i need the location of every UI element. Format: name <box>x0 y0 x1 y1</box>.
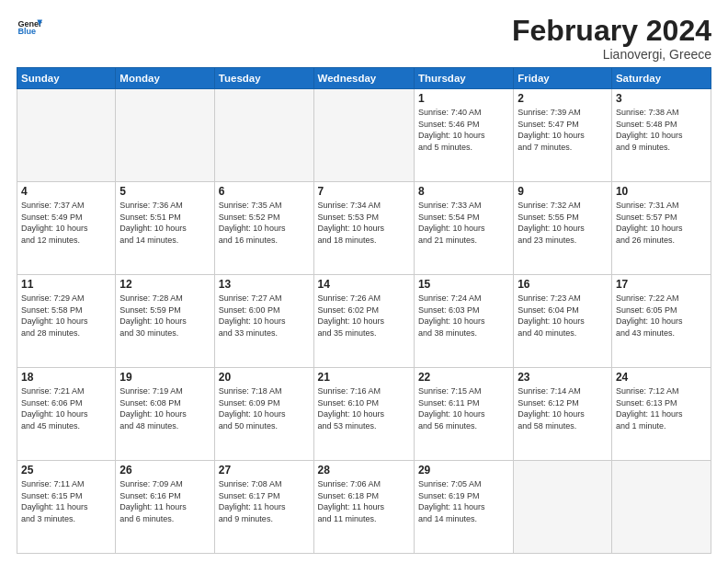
day-info: Sunrise: 7:16 AM Sunset: 6:10 PM Dayligh… <box>318 385 410 431</box>
day-cell: 21Sunrise: 7:16 AM Sunset: 6:10 PM Dayli… <box>313 368 414 461</box>
day-info: Sunrise: 7:32 AM Sunset: 5:55 PM Dayligh… <box>518 200 608 246</box>
day-cell: 16Sunrise: 7:23 AM Sunset: 6:04 PM Dayli… <box>514 275 612 368</box>
header-day-thursday: Thursday <box>414 68 513 89</box>
day-number: 1 <box>418 92 509 105</box>
week-row-4: 18Sunrise: 7:21 AM Sunset: 6:06 PM Dayli… <box>17 368 711 461</box>
header-day-monday: Monday <box>116 68 215 89</box>
day-number: 9 <box>518 185 608 198</box>
week-row-5: 25Sunrise: 7:11 AM Sunset: 6:15 PM Dayli… <box>17 461 711 554</box>
header-day-sunday: Sunday <box>17 68 116 89</box>
day-cell: 4Sunrise: 7:37 AM Sunset: 5:49 PM Daylig… <box>17 182 116 275</box>
day-cell: 25Sunrise: 7:11 AM Sunset: 6:15 PM Dayli… <box>17 461 116 554</box>
day-cell: 8Sunrise: 7:33 AM Sunset: 5:54 PM Daylig… <box>414 182 513 275</box>
day-number: 24 <box>616 371 707 384</box>
day-info: Sunrise: 7:19 AM Sunset: 6:08 PM Dayligh… <box>119 385 210 431</box>
day-number: 16 <box>518 278 608 291</box>
day-cell: 5Sunrise: 7:36 AM Sunset: 5:51 PM Daylig… <box>116 182 215 275</box>
day-cell: 10Sunrise: 7:31 AM Sunset: 5:57 PM Dayli… <box>611 182 711 275</box>
day-cell: 7Sunrise: 7:34 AM Sunset: 5:53 PM Daylig… <box>313 182 414 275</box>
day-cell: 3Sunrise: 7:38 AM Sunset: 5:48 PM Daylig… <box>611 89 711 182</box>
subtitle: Lianovergi, Greece <box>512 47 711 62</box>
day-cell <box>514 461 612 554</box>
day-number: 18 <box>21 371 111 384</box>
header-row: SundayMondayTuesdayWednesdayThursdayFrid… <box>17 68 711 89</box>
day-number: 6 <box>219 185 310 198</box>
day-cell: 12Sunrise: 7:28 AM Sunset: 5:59 PM Dayli… <box>116 275 215 368</box>
day-info: Sunrise: 7:22 AM Sunset: 6:05 PM Dayligh… <box>616 293 707 339</box>
main-title: February 2024 <box>512 15 711 47</box>
day-number: 14 <box>318 278 410 291</box>
calendar-table: SundayMondayTuesdayWednesdayThursdayFrid… <box>17 67 711 554</box>
day-cell <box>214 89 313 182</box>
day-info: Sunrise: 7:28 AM Sunset: 5:59 PM Dayligh… <box>119 293 210 339</box>
week-row-1: 1Sunrise: 7:40 AM Sunset: 5:46 PM Daylig… <box>17 89 711 182</box>
day-info: Sunrise: 7:29 AM Sunset: 5:58 PM Dayligh… <box>21 293 111 339</box>
top-section: General Blue February 2024 Lianovergi, G… <box>17 15 711 62</box>
logo-icon: General Blue <box>17 15 42 40</box>
header-day-friday: Friday <box>514 68 612 89</box>
day-number: 20 <box>219 371 310 384</box>
title-section: February 2024 Lianovergi, Greece <box>512 15 711 62</box>
day-cell: 18Sunrise: 7:21 AM Sunset: 6:06 PM Dayli… <box>17 368 116 461</box>
day-info: Sunrise: 7:11 AM Sunset: 6:15 PM Dayligh… <box>21 478 111 524</box>
svg-text:Blue: Blue <box>17 27 36 36</box>
day-info: Sunrise: 7:34 AM Sunset: 5:53 PM Dayligh… <box>318 200 410 246</box>
day-info: Sunrise: 7:12 AM Sunset: 6:13 PM Dayligh… <box>616 385 707 431</box>
day-info: Sunrise: 7:18 AM Sunset: 6:09 PM Dayligh… <box>219 385 310 431</box>
day-number: 26 <box>119 464 210 477</box>
header-day-saturday: Saturday <box>611 68 711 89</box>
day-info: Sunrise: 7:24 AM Sunset: 6:03 PM Dayligh… <box>418 293 509 339</box>
logo: General Blue <box>17 15 42 40</box>
day-cell <box>313 89 414 182</box>
day-number: 8 <box>418 185 509 198</box>
day-cell: 11Sunrise: 7:29 AM Sunset: 5:58 PM Dayli… <box>17 275 116 368</box>
day-cell: 6Sunrise: 7:35 AM Sunset: 5:52 PM Daylig… <box>214 182 313 275</box>
day-cell: 22Sunrise: 7:15 AM Sunset: 6:11 PM Dayli… <box>414 368 513 461</box>
day-cell: 9Sunrise: 7:32 AM Sunset: 5:55 PM Daylig… <box>514 182 612 275</box>
day-number: 3 <box>616 92 707 105</box>
day-info: Sunrise: 7:15 AM Sunset: 6:11 PM Dayligh… <box>418 385 509 431</box>
day-info: Sunrise: 7:38 AM Sunset: 5:48 PM Dayligh… <box>616 107 707 153</box>
day-number: 17 <box>616 278 707 291</box>
day-number: 22 <box>418 371 509 384</box>
day-number: 19 <box>119 371 210 384</box>
day-number: 13 <box>219 278 310 291</box>
day-info: Sunrise: 7:08 AM Sunset: 6:17 PM Dayligh… <box>219 478 310 524</box>
day-info: Sunrise: 7:36 AM Sunset: 5:51 PM Dayligh… <box>119 200 210 246</box>
day-cell: 27Sunrise: 7:08 AM Sunset: 6:17 PM Dayli… <box>214 461 313 554</box>
day-info: Sunrise: 7:09 AM Sunset: 6:16 PM Dayligh… <box>119 478 210 524</box>
day-number: 15 <box>418 278 509 291</box>
day-info: Sunrise: 7:06 AM Sunset: 6:18 PM Dayligh… <box>318 478 410 524</box>
day-info: Sunrise: 7:31 AM Sunset: 5:57 PM Dayligh… <box>616 200 707 246</box>
day-cell: 17Sunrise: 7:22 AM Sunset: 6:05 PM Dayli… <box>611 275 711 368</box>
day-cell: 14Sunrise: 7:26 AM Sunset: 6:02 PM Dayli… <box>313 275 414 368</box>
day-number: 25 <box>21 464 111 477</box>
day-info: Sunrise: 7:21 AM Sunset: 6:06 PM Dayligh… <box>21 385 111 431</box>
day-cell: 28Sunrise: 7:06 AM Sunset: 6:18 PM Dayli… <box>313 461 414 554</box>
day-cell: 29Sunrise: 7:05 AM Sunset: 6:19 PM Dayli… <box>414 461 513 554</box>
day-number: 11 <box>21 278 111 291</box>
calendar-page: General Blue February 2024 Lianovergi, G… <box>0 0 728 563</box>
day-number: 21 <box>318 371 410 384</box>
header-day-tuesday: Tuesday <box>214 68 313 89</box>
day-info: Sunrise: 7:39 AM Sunset: 5:47 PM Dayligh… <box>518 107 608 153</box>
day-cell: 19Sunrise: 7:19 AM Sunset: 6:08 PM Dayli… <box>116 368 215 461</box>
day-number: 28 <box>318 464 410 477</box>
day-number: 23 <box>518 371 608 384</box>
day-info: Sunrise: 7:14 AM Sunset: 6:12 PM Dayligh… <box>518 385 608 431</box>
day-cell: 13Sunrise: 7:27 AM Sunset: 6:00 PM Dayli… <box>214 275 313 368</box>
day-cell <box>17 89 116 182</box>
day-info: Sunrise: 7:33 AM Sunset: 5:54 PM Dayligh… <box>418 200 509 246</box>
week-row-3: 11Sunrise: 7:29 AM Sunset: 5:58 PM Dayli… <box>17 275 711 368</box>
day-cell: 26Sunrise: 7:09 AM Sunset: 6:16 PM Dayli… <box>116 461 215 554</box>
day-info: Sunrise: 7:27 AM Sunset: 6:00 PM Dayligh… <box>219 293 310 339</box>
day-number: 4 <box>21 185 111 198</box>
day-cell: 20Sunrise: 7:18 AM Sunset: 6:09 PM Dayli… <box>214 368 313 461</box>
day-cell <box>611 461 711 554</box>
day-info: Sunrise: 7:23 AM Sunset: 6:04 PM Dayligh… <box>518 293 608 339</box>
day-number: 12 <box>119 278 210 291</box>
day-info: Sunrise: 7:05 AM Sunset: 6:19 PM Dayligh… <box>418 478 509 524</box>
day-number: 29 <box>418 464 509 477</box>
day-cell <box>116 89 215 182</box>
day-info: Sunrise: 7:35 AM Sunset: 5:52 PM Dayligh… <box>219 200 310 246</box>
